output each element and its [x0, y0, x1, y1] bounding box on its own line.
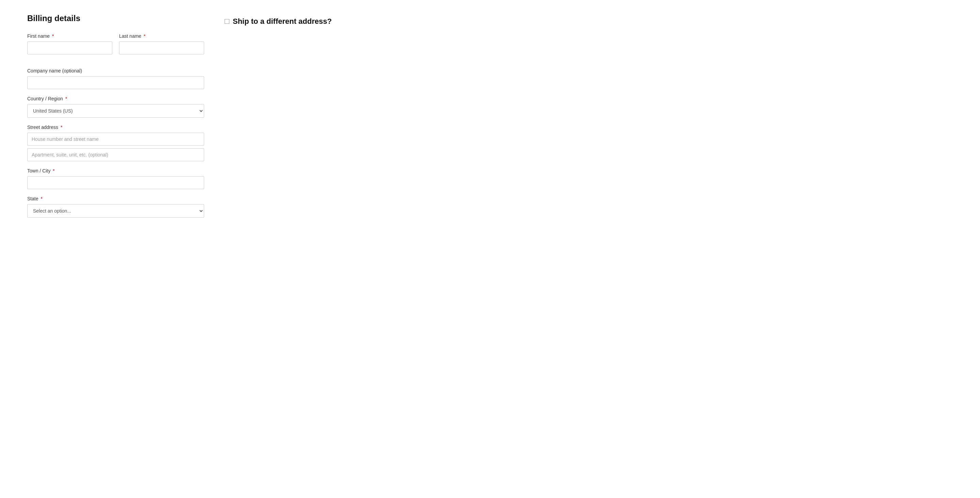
last-name-group: Last name *: [119, 33, 204, 54]
town-city-label: Town / City *: [27, 168, 204, 173]
country-region-label: Country / Region *: [27, 96, 204, 101]
billing-section: Billing details First name * Last name *…: [27, 14, 204, 224]
country-region-required: *: [65, 96, 67, 101]
company-name-input[interactable]: [27, 76, 204, 89]
town-city-group: Town / City *: [27, 168, 204, 189]
street-address-required: *: [60, 124, 62, 130]
state-required: *: [41, 196, 43, 201]
street-address-line2-input[interactable]: [27, 148, 204, 161]
ship-title-container: Ship to a different address?: [224, 17, 463, 26]
name-row: First name * Last name *: [27, 33, 204, 61]
state-group: State * Select an option... Alabama Alas…: [27, 196, 204, 218]
first-name-group: First name *: [27, 33, 112, 54]
ship-section: Ship to a different address?: [224, 14, 463, 224]
street-address-line1-input[interactable]: [27, 133, 204, 146]
company-name-label: Company name (optional): [27, 68, 204, 73]
last-name-label: Last name *: [119, 33, 204, 39]
street-address-group: Street address *: [27, 124, 204, 161]
ship-different-address-label: Ship to a different address?: [233, 17, 332, 26]
first-name-required: *: [52, 33, 54, 39]
billing-title: Billing details: [27, 14, 204, 23]
first-name-label: First name *: [27, 33, 112, 39]
last-name-input[interactable]: [119, 41, 204, 54]
town-city-input[interactable]: [27, 176, 204, 189]
last-name-required: *: [143, 33, 145, 39]
country-region-select[interactable]: United States (US) Canada United Kingdom…: [27, 104, 204, 118]
company-name-group: Company name (optional): [27, 68, 204, 89]
state-label: State *: [27, 196, 204, 201]
country-region-group: Country / Region * United States (US) Ca…: [27, 96, 204, 118]
ship-different-address-checkbox[interactable]: [224, 19, 229, 24]
first-name-input[interactable]: [27, 41, 112, 54]
state-select[interactable]: Select an option... Alabama Alaska Arizo…: [27, 204, 204, 218]
town-city-required: *: [53, 168, 54, 173]
street-address-label: Street address *: [27, 124, 204, 130]
